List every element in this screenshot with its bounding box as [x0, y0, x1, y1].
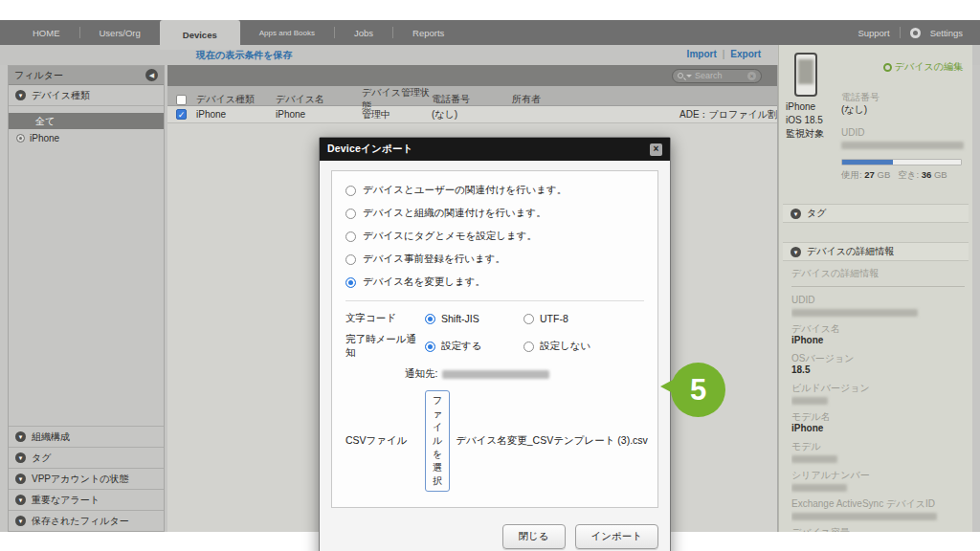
option-rename-device[interactable]: デバイス名を変更します。 [345, 276, 644, 289]
section-label: 保存されたフィルター [32, 515, 129, 528]
sidebar-section-tags[interactable]: タグ [9, 447, 164, 468]
collapse-sidebar-button[interactable]: ◀ [145, 69, 158, 81]
search-placeholder: Search [695, 71, 745, 80]
filter-option-all[interactable]: 全て [9, 113, 164, 129]
radio-selected-icon[interactable] [425, 314, 435, 324]
chevron-circle-icon [15, 90, 26, 100]
field-label: ビルドバージョン [791, 383, 965, 394]
charset-option-label: Shift-JIS [441, 313, 479, 324]
sidebar-section-alerts[interactable]: 重要なアラート [9, 489, 164, 510]
details-subtitle: デバイスの詳細情報 [791, 267, 965, 287]
section-label: VPPアカウントの状態 [32, 473, 128, 486]
notify-label: 完了時メール通知 [345, 333, 425, 360]
table-row[interactable]: ✓ iPhone iPhone 管理中 (なし) ADE：プロファイル割 [167, 106, 777, 123]
tab-users-org[interactable]: Users/Org [80, 20, 160, 45]
detail-field-serial: シリアルナンバー [791, 470, 965, 492]
radio-icon[interactable] [345, 209, 356, 219]
charset-utf8-option[interactable]: UTF-8 [523, 313, 622, 324]
csv-label: CSVファイル [345, 434, 425, 448]
option-preregister[interactable]: デバイス事前登録を行います。 [345, 253, 644, 266]
device-details-list: デバイスの詳細情報 UDID デバイス名 iPhone OSバージョン 18.5… [791, 267, 965, 532]
col-device-type[interactable]: デバイス種類 [196, 93, 276, 106]
chevron-circle-icon [15, 474, 26, 484]
settings-link[interactable]: Settings [930, 28, 963, 38]
detail-field-udid: UDID [791, 295, 965, 317]
import-link[interactable]: Import [687, 49, 717, 59]
settings-gear-icon [910, 28, 921, 38]
selected-file-name: デバイス名変更_CSVテンプレート (3).csv [456, 434, 648, 448]
tab-reports[interactable]: Reports [393, 20, 463, 45]
sidebar-section-device-type[interactable]: デバイス種類 [9, 85, 164, 106]
select-all-checkbox[interactable] [176, 95, 187, 105]
sidebar-spacer [9, 146, 164, 426]
notify-on-option[interactable]: 設定する [425, 340, 523, 353]
tags-section-bar[interactable]: タグ [783, 204, 969, 223]
summary-supervision: 監視対象 [786, 127, 824, 141]
save-view-link[interactable]: 現在の表示条件を保存 [196, 49, 292, 62]
row-checkbox[interactable]: ✓ [176, 109, 187, 120]
chevron-circle-icon [791, 247, 801, 257]
step-callout-badge: 5 [671, 363, 725, 417]
close-icon[interactable]: × [650, 143, 662, 156]
detail-field-build-version: ビルドバージョン [791, 383, 965, 405]
choose-file-button[interactable]: ファイルを選択 [425, 390, 450, 492]
redacted-value [791, 397, 828, 405]
radio-selected-icon[interactable] [345, 277, 356, 288]
table-header-row: デバイス種類 デバイス名 デバイス管理状態 電話番号 所有者 [167, 86, 777, 106]
chevron-circle-icon [15, 431, 26, 442]
tab-apps-and-books[interactable]: Apps and Books [240, 20, 334, 45]
col-device-name[interactable]: デバイス名 [276, 93, 362, 106]
field-label: Exchange ActiveSync デバイスID [791, 498, 965, 510]
col-phone-number[interactable]: 電話番号 [432, 93, 512, 106]
filter-option-label: iPhone [30, 133, 59, 143]
top-navbar: HOME Users/Org Devices Apps and Books Jo… [0, 20, 980, 45]
storage-bar-fill [842, 160, 893, 165]
notify-to-row: 通知先: [405, 367, 644, 381]
export-link[interactable]: Export [730, 49, 761, 59]
filter-option-iphone[interactable]: iPhone [9, 129, 164, 146]
edit-device-link[interactable]: デバイスの編集 [883, 60, 963, 74]
radio-icon[interactable] [523, 314, 534, 324]
device-summary-fields: 電話番号 (なし) UDID 使用: 27 GB 空き: 36 GB [841, 91, 968, 182]
detail-field-model-name: モデル名 iPhone [791, 411, 965, 434]
iphone-thumbnail-icon [794, 53, 817, 97]
col-owner[interactable]: 所有者 [512, 93, 777, 106]
search-scope-arrow-icon [686, 75, 692, 77]
notify-off-option[interactable]: 設定しない [523, 340, 622, 353]
charset-row: 文字コード Shift-JIS UTF-8 [345, 312, 644, 325]
option-link-user[interactable]: デバイスとユーザーの関連付けを行います。 [345, 184, 644, 197]
sidebar-section-vpp-account[interactable]: VPPアカウントの状態 [9, 468, 164, 489]
option-set-tags-memo[interactable]: デバイスにタグとメモを設定します。 [345, 230, 644, 243]
close-button[interactable]: 閉じる [502, 524, 566, 549]
details-section-label: デバイスの詳細情報 [807, 245, 894, 258]
filter-sidebar: フィルター ◀ デバイス種類 全て iPhone 組織構成 タグ VPPアカウン… [8, 65, 165, 532]
details-section-bar[interactable]: デバイスの詳細情報 [783, 242, 969, 261]
step-number: 5 [690, 373, 706, 408]
import-button[interactable]: インポート [575, 524, 658, 549]
radio-icon[interactable] [345, 231, 356, 242]
filter-title: フィルター [14, 69, 63, 82]
option-label: デバイス事前登録を行います。 [363, 253, 505, 266]
section-label: デバイス種類 [32, 89, 90, 102]
option-link-org[interactable]: デバイスと組織の関連付けを行います。 [345, 207, 644, 220]
radio-icon[interactable] [345, 254, 356, 265]
notify-option-label: 設定する [441, 340, 482, 353]
tab-devices[interactable]: Devices [160, 20, 240, 50]
field-label: デバイス容量 [791, 527, 965, 532]
field-label: デバイス名 [791, 323, 965, 335]
clear-search-icon[interactable]: × [747, 72, 756, 80]
sidebar-section-saved-filters[interactable]: 保存されたフィルター [9, 510, 164, 531]
charset-shiftjis-option[interactable]: Shift-JIS [425, 313, 523, 324]
support-link[interactable]: Support [858, 28, 889, 38]
sidebar-section-organization[interactable]: 組織構成 [9, 426, 164, 447]
tab-home[interactable]: HOME [13, 20, 79, 45]
redacted-value [791, 513, 937, 520]
tab-jobs[interactable]: Jobs [335, 20, 392, 45]
device-detail-panel: デバイスの編集 iPhone iOS 18.5 監視対象 電話番号 (なし) U… [778, 45, 972, 532]
redacted-value [791, 484, 847, 492]
chevron-circle-icon [15, 495, 26, 505]
search-input[interactable]: Search × [672, 69, 762, 83]
radio-icon[interactable] [345, 186, 356, 196]
radio-selected-icon[interactable] [425, 342, 435, 352]
radio-icon[interactable] [523, 342, 534, 352]
